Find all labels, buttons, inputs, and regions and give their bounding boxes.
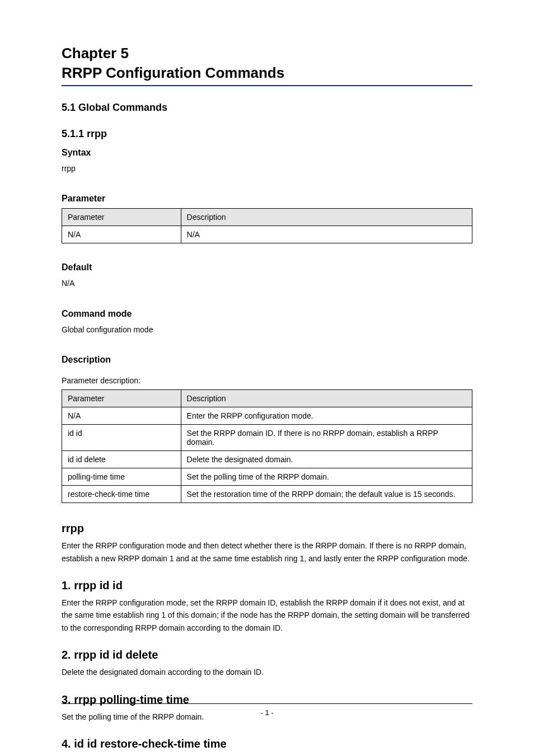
table-header: Description xyxy=(181,390,472,407)
parameter-description-label: Parameter description: xyxy=(62,376,472,385)
parameter-table: Parameter Description N/A N/A xyxy=(62,208,472,243)
table-header: Description xyxy=(181,209,472,226)
chapter-title: RRPP Configuration Commands xyxy=(62,64,472,82)
table-cell: Set the RRPP domain ID. If there is no R… xyxy=(181,425,472,451)
table-row: polling-time time Set the polling time o… xyxy=(62,468,472,486)
table-row: N/A Enter the RRPP configuration mode. xyxy=(62,407,472,425)
table-cell: Enter the RRPP configuration mode. xyxy=(181,407,472,425)
description-table: Parameter Description N/A Enter the RRPP… xyxy=(62,389,472,503)
page-number: - 1 - xyxy=(260,708,273,717)
table-header-row: Parameter Description xyxy=(62,209,472,226)
table-cell: Set the polling time of the RRPP domain. xyxy=(181,468,472,486)
body-text: Enter the RRPP configuration mode, set t… xyxy=(62,597,472,634)
syntax-title: Syntax xyxy=(62,148,472,158)
title-rule xyxy=(62,85,472,86)
page-footer: - 1 - xyxy=(62,703,472,717)
command-mode-title: Command mode xyxy=(62,309,472,319)
default-title: Default xyxy=(62,262,472,273)
table-row: N/A N/A xyxy=(62,226,472,243)
description-title: Description xyxy=(62,355,472,365)
body-heading-1: 1. rrpp id id xyxy=(62,579,472,592)
table-header: Parameter xyxy=(62,209,181,226)
chapter-number: Chapter 5 xyxy=(62,45,472,62)
body-heading-rrpp: rrpp xyxy=(62,522,472,535)
table-cell: polling-time time xyxy=(62,468,181,486)
syntax-text: rrpp xyxy=(62,162,472,175)
default-text: N/A xyxy=(62,277,472,289)
section-global-commands: 5.1 Global Commands xyxy=(62,102,472,114)
table-row: id id Set the RRPP domain ID. If there i… xyxy=(62,425,472,451)
section-cmd-rrpp: 5.1.1 rrpp xyxy=(62,128,472,140)
parameter-title: Parameter xyxy=(62,194,472,204)
table-cell: id id xyxy=(62,425,181,451)
command-mode-text: Global configuration mode xyxy=(62,323,472,336)
table-row: restore-check-time time Set the restorat… xyxy=(62,486,472,503)
table-header: Parameter xyxy=(62,390,181,407)
body-heading-2: 2. rrpp id id delete xyxy=(62,649,472,661)
table-cell: N/A xyxy=(62,226,181,243)
body-text: Delete the designated domain according t… xyxy=(62,666,472,678)
table-cell: N/A xyxy=(181,226,472,243)
table-cell: Delete the designated domain. xyxy=(181,451,472,468)
table-header-row: Parameter Description xyxy=(62,390,472,407)
body-text: Enter the RRPP configuration mode and th… xyxy=(62,539,472,565)
page-container: Chapter 5 RRPP Configuration Commands 5.… xyxy=(0,0,534,756)
table-cell: N/A xyxy=(62,407,181,425)
table-row: id id delete Delete the designated domai… xyxy=(62,451,472,468)
body-heading-4: 4. id id restore-check-time time xyxy=(62,738,472,750)
table-cell: Set the restoration time of the RRPP dom… xyxy=(181,486,472,503)
table-cell: id id delete xyxy=(62,451,181,468)
table-cell: restore-check-time time xyxy=(62,486,181,503)
